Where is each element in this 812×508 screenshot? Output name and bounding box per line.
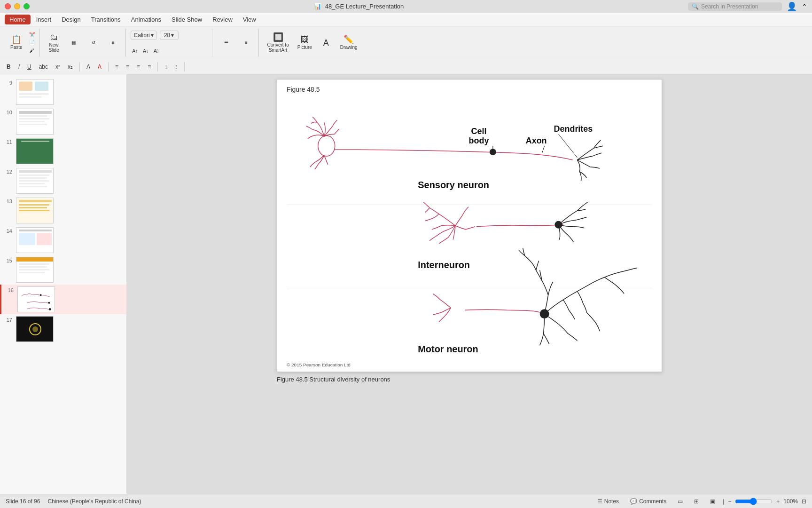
textbox-icon: A	[323, 39, 329, 47]
text-shadow-button[interactable]: A	[84, 63, 93, 71]
slide-thumb-15[interactable]: 15	[0, 255, 126, 285]
zoom-out-button[interactable]: −	[728, 498, 731, 505]
strikethrough-button[interactable]: abc	[36, 63, 51, 71]
minimize-button[interactable]	[14, 3, 20, 9]
slide-thumb-14[interactable]: 14	[0, 225, 126, 255]
status-bar: Slide 16 of 96 Chinese (People's Republi…	[0, 494, 812, 508]
menu-review[interactable]: Review	[208, 15, 237, 24]
toolbar: 📋 Paste ✂️ 📄 🖌 🗂 New Slide ▦ ↺ ≡	[0, 26, 812, 59]
underline-button[interactable]: U	[24, 63, 34, 71]
justify-button[interactable]: ≡	[145, 63, 154, 71]
comments-icon: 💬	[630, 498, 637, 505]
line-spacing-button[interactable]: ↕	[162, 63, 170, 71]
svg-point-44	[318, 135, 335, 156]
reset-button[interactable]: ↺	[84, 38, 103, 47]
chevron-down-icon: ▾	[151, 32, 154, 39]
align-left-button[interactable]: ≡	[112, 63, 121, 71]
bullets-button[interactable]: ☰	[217, 38, 236, 47]
italic-button[interactable]: I	[16, 63, 23, 71]
cut-button[interactable]: ✂️	[27, 31, 37, 38]
normal-view-button[interactable]: ▭	[674, 497, 687, 506]
svg-rect-32	[19, 263, 49, 265]
svg-rect-20	[19, 186, 47, 187]
maximize-button[interactable]	[23, 3, 30, 9]
slide-num-17: 17	[4, 316, 12, 323]
copy-button[interactable]: 📄	[27, 39, 37, 46]
format-painter-button[interactable]: 🖌	[27, 47, 37, 54]
collapse-icon[interactable]: ⌃	[802, 3, 807, 10]
clear-format-button[interactable]: A⃝	[152, 48, 160, 55]
canvas-area: Figure 48.5	[127, 74, 812, 494]
svg-text:Cell: Cell	[471, 127, 486, 136]
picture-button[interactable]: 🖼 Picture	[294, 33, 316, 52]
slide-thumb-16[interactable]: 16	[0, 285, 126, 314]
layout-icon: ▦	[71, 40, 76, 45]
svg-rect-8	[19, 118, 49, 119]
grid-view-button[interactable]: ⊞	[690, 497, 703, 506]
slide-thumb-12[interactable]: 12	[0, 166, 126, 196]
section-button[interactable]: ≡	[104, 38, 123, 47]
slide-num-11: 11	[4, 138, 12, 145]
slide-thumb-10[interactable]: 10	[0, 107, 126, 136]
slide-num-10: 10	[4, 109, 12, 115]
slide-panel[interactable]: 9 10 11 12 13	[0, 74, 127, 494]
svg-point-39	[49, 308, 51, 310]
font-color-button[interactable]: A	[95, 63, 104, 71]
comments-button[interactable]: 💬 Comments	[626, 497, 670, 506]
fit-window-button[interactable]: ⊡	[802, 498, 806, 505]
decrease-font-button[interactable]: A↓	[141, 48, 150, 55]
numbering-button[interactable]: ≡	[237, 38, 256, 47]
ribbon-separator2	[108, 62, 109, 71]
search-bar[interactable]: 🔍 Search in Presentation	[688, 2, 782, 11]
slide-img-11	[16, 138, 54, 164]
subscript-button[interactable]: x₂	[65, 63, 76, 71]
paste-button[interactable]: 📋 Paste	[7, 33, 26, 52]
svg-rect-35	[19, 272, 45, 273]
slide-num-9: 9	[4, 79, 12, 86]
convert-smartart-button[interactable]: 🔲 Convert to SmartArt	[264, 31, 293, 55]
columns-button[interactable]: ⫶	[172, 63, 180, 71]
close-button[interactable]	[5, 3, 11, 9]
picture-icon: 🖼	[300, 35, 309, 44]
zoom-slider[interactable]	[735, 498, 773, 505]
menu-animations[interactable]: Animations	[126, 15, 166, 24]
svg-text:Dendrites: Dendrites	[554, 124, 593, 134]
grid-view-icon: ⊞	[694, 498, 699, 505]
align-center-button[interactable]: ≡	[123, 63, 132, 71]
superscript-button[interactable]: x²	[53, 63, 63, 71]
clipboard-group: 📋 Paste ✂️ 📄 🖌	[4, 29, 40, 57]
ribbon-separator4	[184, 62, 185, 71]
menu-insert[interactable]: Insert	[31, 15, 56, 24]
svg-rect-27	[19, 230, 52, 231]
menu-view[interactable]: View	[238, 15, 261, 24]
drawing-button[interactable]: ✏️ Drawing	[336, 33, 361, 52]
font-selector[interactable]: Calibri▾	[131, 31, 157, 40]
language-info: Chinese (People's Republic of China)	[47, 498, 141, 505]
menu-design[interactable]: Design	[57, 15, 85, 24]
slide-thumb-9[interactable]: 9	[0, 77, 126, 107]
font-size-selector[interactable]: 28▾	[160, 31, 179, 40]
svg-rect-1	[19, 82, 32, 91]
reading-view-button[interactable]: ▣	[706, 497, 719, 506]
layout-button[interactable]: ▦	[64, 38, 83, 47]
chevron-down-icon2: ▾	[171, 32, 174, 39]
slide-img-14	[16, 227, 54, 253]
bold-button[interactable]: B	[4, 63, 14, 71]
svg-rect-6	[19, 111, 52, 114]
drawing-group: 🔲 Convert to SmartArt 🖼 Picture A ✏️ Dra…	[261, 29, 364, 57]
menu-slideshow[interactable]: Slide Show	[167, 15, 207, 24]
align-right-button[interactable]: ≡	[134, 63, 143, 71]
slide-thumb-11[interactable]: 11	[0, 136, 126, 166]
zoom-level: 100%	[783, 498, 798, 505]
textbox-button[interactable]: A	[317, 37, 336, 49]
increase-font-button[interactable]: A↑	[131, 48, 140, 55]
menu-transitions[interactable]: Transitions	[86, 15, 125, 24]
window-title: 📊 48_GE Lecture_Presentation	[314, 3, 404, 10]
notes-button[interactable]: ☰ Notes	[593, 497, 623, 506]
svg-rect-34	[19, 269, 49, 270]
slide-thumb-17[interactable]: 17	[0, 314, 126, 344]
zoom-in-button[interactable]: +	[776, 498, 780, 505]
slide-thumb-13[interactable]: 13	[0, 196, 126, 225]
new-slide-button[interactable]: 🗂 New Slide	[45, 31, 63, 55]
menu-home[interactable]: Home	[5, 15, 31, 24]
